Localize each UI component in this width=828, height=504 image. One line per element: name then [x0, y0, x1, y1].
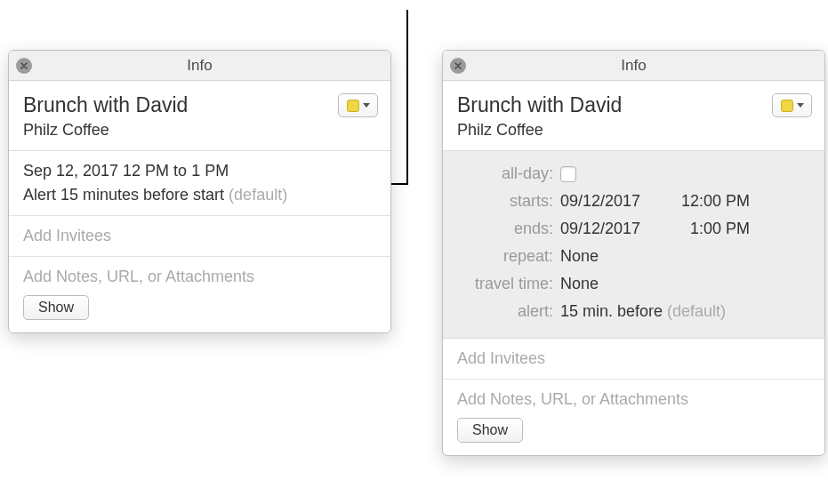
event-details-section: all-day: starts: 09/12/2017 12:00 PM end… — [443, 151, 824, 339]
event-info-popover-collapsed: Info Brunch with David Philz Coffee Sep … — [8, 50, 391, 333]
row-ends: ends: 09/12/2017 1:00 PM — [455, 215, 812, 243]
row-travel: travel time: None — [455, 270, 812, 298]
alert-value-default: (default) — [667, 302, 726, 320]
travel-value[interactable]: None — [560, 275, 599, 293]
callout-line-vertical — [406, 10, 408, 184]
show-button[interactable]: Show — [457, 418, 523, 443]
alert-value[interactable]: 15 min. before (default) — [560, 302, 726, 321]
row-repeat: repeat: None — [455, 243, 812, 270]
footer: Show — [9, 286, 390, 332]
chevron-down-icon — [797, 103, 804, 108]
close-icon — [454, 61, 462, 70]
calendar-color-picker[interactable] — [338, 93, 378, 117]
time-summary-section[interactable]: Sep 12, 2017 12 PM to 1 PM Alert 15 minu… — [9, 151, 390, 216]
label-travel: travel time: — [455, 275, 560, 293]
event-header: Brunch with David Philz Coffee — [9, 81, 390, 151]
alert-value-text: 15 min. before — [560, 302, 667, 320]
event-location[interactable]: Philz Coffee — [23, 121, 376, 140]
event-title[interactable]: Brunch with David — [457, 93, 810, 117]
show-button[interactable]: Show — [23, 295, 89, 320]
close-button[interactable] — [450, 58, 466, 74]
invitees-section[interactable]: Add Invitees — [443, 339, 824, 380]
show-button-label: Show — [472, 422, 508, 438]
repeat-value[interactable]: None — [560, 247, 599, 266]
label-starts: starts: — [455, 192, 560, 211]
calendar-color-swatch-icon — [347, 100, 359, 112]
event-info-popover-expanded: Info Brunch with David Philz Coffee all-… — [442, 50, 825, 456]
alert-summary-default: (default) — [229, 186, 287, 204]
alert-summary: Alert 15 minutes before start (default) — [23, 186, 376, 204]
window-title: Info — [187, 57, 212, 75]
event-header: Brunch with David Philz Coffee — [443, 81, 824, 151]
row-allday: all-day: — [455, 160, 812, 188]
calendar-color-picker[interactable] — [772, 93, 812, 117]
notes-section[interactable]: Add Notes, URL, or Attachments — [9, 257, 390, 286]
close-icon — [20, 61, 28, 70]
event-title[interactable]: Brunch with David — [23, 93, 376, 117]
label-repeat: repeat: — [455, 247, 560, 266]
calendar-color-swatch-icon — [781, 100, 793, 112]
titlebar: Info — [9, 51, 390, 81]
label-alert: alert: — [455, 302, 560, 321]
show-button-label: Show — [38, 300, 74, 316]
starts-date-field[interactable]: 09/12/2017 — [560, 192, 649, 211]
add-notes-placeholder: Add Notes, URL, or Attachments — [23, 268, 376, 286]
ends-time-field[interactable]: 1:00 PM — [665, 220, 750, 238]
chevron-down-icon — [363, 103, 370, 108]
notes-section[interactable]: Add Notes, URL, or Attachments — [443, 380, 824, 409]
row-starts: starts: 09/12/2017 12:00 PM — [455, 188, 812, 215]
label-allday: all-day: — [455, 164, 560, 183]
row-alert: alert: 15 min. before (default) — [455, 298, 812, 325]
ends-date-field[interactable]: 09/12/2017 — [560, 220, 649, 238]
footer: Show — [443, 409, 824, 455]
add-invitees-placeholder: Add Invitees — [23, 227, 376, 245]
add-notes-placeholder: Add Notes, URL, or Attachments — [457, 390, 810, 409]
allday-checkbox[interactable] — [560, 166, 576, 182]
close-button[interactable] — [16, 58, 32, 74]
alert-summary-text: Alert 15 minutes before start — [23, 186, 229, 204]
titlebar: Info — [443, 51, 824, 81]
event-location[interactable]: Philz Coffee — [457, 121, 810, 140]
invitees-section[interactable]: Add Invitees — [9, 216, 390, 257]
starts-time-field[interactable]: 12:00 PM — [665, 192, 750, 211]
label-ends: ends: — [455, 220, 560, 238]
window-title: Info — [621, 57, 646, 75]
time-summary: Sep 12, 2017 12 PM to 1 PM — [23, 162, 376, 180]
add-invitees-placeholder: Add Invitees — [457, 349, 810, 368]
